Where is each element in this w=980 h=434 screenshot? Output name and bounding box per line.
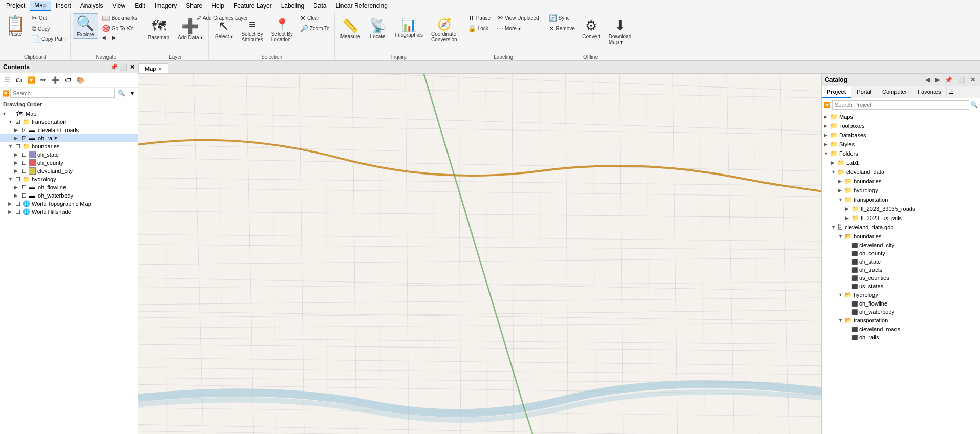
- cat-item-gdb-hydrology[interactable]: ▼📂hydrology: [822, 290, 980, 299]
- tree-item-world_hillshade[interactable]: ▶☐🌐World Hillshade: [0, 208, 138, 216]
- cat-item-databases[interactable]: ▶📁Databases: [822, 131, 980, 140]
- tree-item-oh_county[interactable]: ▶☐oh_county: [0, 159, 138, 167]
- tree-check-world_topo[interactable]: ☐: [15, 201, 23, 207]
- catalog-pin-button[interactable]: 📌: [943, 76, 954, 84]
- contents-close-button[interactable]: ✕: [130, 63, 135, 71]
- catalog-tab-project[interactable]: Project: [822, 86, 851, 98]
- add-layer-button[interactable]: ➕: [49, 75, 61, 85]
- menu-data[interactable]: Data: [309, 1, 330, 10]
- copy-path-button[interactable]: 📄 Copy Path: [29, 34, 68, 44]
- cat-item-cleveland_data[interactable]: ▼📁cleveland_data: [822, 167, 980, 177]
- pause-button[interactable]: ⏸ Pause: [465, 13, 493, 23]
- cat-item-tl_2023_us_rails[interactable]: ▶📁tl_2023_us_rails: [822, 213, 980, 223]
- zoom-to-button[interactable]: 🔎 Zoom To: [297, 24, 332, 33]
- tree-item-oh_rails[interactable]: ▶☑▬oh_rails: [0, 134, 138, 142]
- download-map-button[interactable]: ⬇ DownloadMap ▾: [605, 13, 635, 47]
- cat-item-us_counties-gdb[interactable]: ⬛us_counties: [822, 274, 980, 282]
- contents-pin-button[interactable]: 📌: [110, 63, 118, 71]
- cat-item-boundaries-cat[interactable]: ▶📁boundaries: [822, 177, 980, 186]
- measure-button[interactable]: 📏 Measure: [337, 13, 364, 41]
- cat-item-gdb-transportation[interactable]: ▼📂transportation: [822, 316, 980, 325]
- map-tab-close[interactable]: ✕: [158, 66, 162, 72]
- cat-item-oh_state-gdb[interactable]: ⬛oh_state: [822, 257, 980, 266]
- tree-item-oh_waterbody[interactable]: ▶☐▬oh_waterbody: [0, 191, 138, 200]
- forward-button[interactable]: ▶: [110, 34, 119, 41]
- list-view-button[interactable]: ☰: [2, 75, 12, 85]
- catalog-close-button[interactable]: ✕: [969, 76, 977, 84]
- tree-check-oh_state[interactable]: ☐: [22, 151, 29, 158]
- catalog-scroll-right[interactable]: ▶: [933, 76, 941, 84]
- menu-linear-referencing[interactable]: Linear Referencing: [331, 1, 391, 10]
- view-unplaced-button[interactable]: 👁 View Unplaced: [494, 13, 542, 23]
- menu-labeling[interactable]: Labeling: [277, 1, 308, 10]
- bookmarks-button[interactable]: 📖 Bookmarks: [99, 13, 140, 23]
- go-to-xy-button[interactable]: 🎯 Go To XY: [99, 24, 140, 33]
- tree-check-oh_county[interactable]: ☐: [22, 160, 29, 166]
- more-button[interactable]: ⋯ More ▾: [494, 24, 542, 33]
- catalog-tab-menu[interactable]: ☰: [947, 86, 956, 98]
- cat-item-folders[interactable]: ▼📁Folders: [822, 149, 980, 158]
- infographics-button[interactable]: 📊 Infographics: [392, 13, 427, 39]
- catalog-search-input[interactable]: [832, 100, 969, 110]
- contents-expand-button[interactable]: ⬜: [120, 63, 127, 71]
- label-toggle-button[interactable]: 🏷: [62, 75, 73, 85]
- menu-imagery[interactable]: Imagery: [151, 1, 181, 10]
- map-area[interactable]: [138, 74, 821, 434]
- cat-item-gdb-boundaries[interactable]: ▼📂boundaries: [822, 232, 980, 241]
- cat-item-cleveland_roads-gdb[interactable]: ⬛cleveland_roads: [822, 325, 980, 333]
- tree-check-cleveland_city[interactable]: ☐: [22, 168, 29, 175]
- catalog-tab-computer[interactable]: Computer: [877, 86, 912, 98]
- copy-button[interactable]: ⧉ Copy: [29, 24, 68, 34]
- coordinate-conversion-button[interactable]: 🧭 CoordinateConversion: [428, 13, 461, 44]
- menu-view[interactable]: View: [108, 1, 130, 10]
- catalog-expand-button[interactable]: ⬜: [956, 76, 967, 84]
- tree-check-cleveland_roads[interactable]: ☑: [22, 127, 29, 134]
- select-by-attributes-button[interactable]: ≡ Select ByAttributes: [238, 13, 266, 44]
- cat-item-cleveland_city-gdb[interactable]: ⬛cleveland_city: [822, 241, 980, 249]
- cat-item-maps[interactable]: ▶📁Maps: [822, 112, 980, 121]
- menu-project[interactable]: Project: [2, 1, 29, 10]
- tree-check-oh_rails[interactable]: ☑: [22, 135, 29, 142]
- menu-help[interactable]: Help: [207, 1, 228, 10]
- cat-item-hydrology-cat[interactable]: ▶📁hydrology: [822, 186, 980, 195]
- tree-item-oh_flowline[interactable]: ▶☐▬oh_flowline: [0, 183, 138, 191]
- cat-item-oh_county-gdb[interactable]: ⬛oh_county: [822, 249, 980, 257]
- tree-item-boundaries[interactable]: ▼☐📁boundaries: [0, 142, 138, 150]
- paste-button[interactable]: 📋 Paste: [2, 13, 28, 38]
- search-button[interactable]: 🔍: [116, 89, 127, 97]
- tree-item-transportation[interactable]: ▼☑📁transportation: [0, 118, 138, 126]
- menu-insert[interactable]: Insert: [52, 1, 75, 10]
- select-by-location-button[interactable]: 📍 Select ByLocation: [268, 13, 296, 44]
- catalog-search-button[interactable]: 🔍: [970, 101, 978, 108]
- tree-item-oh_state[interactable]: ▶☐oh_state: [0, 150, 138, 159]
- tree-item-hydrology[interactable]: ▼☐📁hydrology: [0, 175, 138, 183]
- tree-check-oh_waterbody[interactable]: ☐: [22, 192, 29, 199]
- menu-edit[interactable]: Edit: [131, 1, 150, 10]
- menu-share[interactable]: Share: [182, 1, 206, 10]
- cat-item-toolboxes[interactable]: ▶📁Toolboxes: [822, 121, 980, 131]
- back-button[interactable]: ◀: [99, 34, 109, 41]
- catalog-scroll-left[interactable]: ◀: [924, 76, 931, 84]
- cat-item-tl_2023_39035_roads[interactable]: ▶📁tl_2023_39035_roads: [822, 204, 980, 213]
- cat-item-oh_flowline-gdb[interactable]: ⬛oh_flowline: [822, 299, 980, 308]
- filter-button[interactable]: 🔽: [25, 75, 37, 85]
- tree-check-world_hillshade[interactable]: ☐: [15, 209, 23, 215]
- symbology-button[interactable]: 🎨: [74, 75, 87, 85]
- tree-item-cleveland_roads[interactable]: ▶☑▬cleveland_roads: [0, 126, 138, 134]
- cat-item-oh_rails-gdb[interactable]: ⬛oh_rails: [822, 333, 980, 341]
- tree-item-world_topo[interactable]: ▶☐🌐World Topographic Map: [0, 200, 138, 208]
- drawing-order-button[interactable]: 🗂: [13, 75, 24, 85]
- tree-item-map[interactable]: ▼ 🗺Map: [0, 110, 138, 118]
- clear-button[interactable]: ✕ Clear: [297, 13, 332, 23]
- convert-button[interactable]: ⚙ Convert: [579, 13, 604, 41]
- cat-item-oh_waterbody-gdb[interactable]: ⬛oh_waterbody: [822, 308, 980, 316]
- tree-check-transportation[interactable]: ☑: [15, 119, 23, 125]
- lock-button[interactable]: 🔒 Lock: [465, 24, 493, 33]
- cat-item-styles[interactable]: ▶📁Styles: [822, 140, 980, 149]
- menu-analysis[interactable]: Analysis: [76, 1, 108, 10]
- cat-item-oh_tracts-gdb[interactable]: ⬛oh_tracts: [822, 266, 980, 274]
- tree-check-boundaries[interactable]: ☐: [15, 143, 23, 150]
- locate-button[interactable]: 📡 Locate: [365, 13, 391, 41]
- search-options-button[interactable]: ▾: [129, 89, 136, 97]
- cut-button[interactable]: ✂ Cut: [29, 13, 68, 23]
